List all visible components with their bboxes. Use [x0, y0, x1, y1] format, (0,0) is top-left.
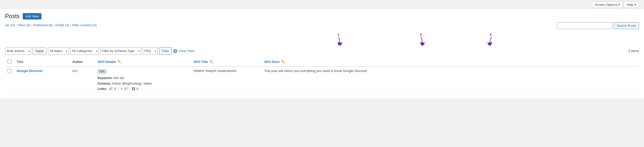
- select-all-col: [5, 57, 14, 66]
- edit-icon[interactable]: ✏️: [281, 60, 285, 64]
- filter-link-published[interactable]: Published (6): [33, 23, 53, 27]
- link-count-internal: 0: [114, 87, 116, 91]
- items-count: 5 items: [628, 49, 639, 53]
- table-row: Google Discover test N/A Keyword: Not Se…: [5, 66, 639, 93]
- screen-options-label: Screen Options: [595, 3, 617, 7]
- chevron-down-icon: ▾: [618, 3, 620, 7]
- screen-options-button[interactable]: Screen Options ▾: [592, 2, 623, 8]
- annotation-number-2: 2: [420, 33, 422, 37]
- annotation-1: 1: [335, 33, 342, 45]
- separator: |: [54, 23, 54, 27]
- bulk-actions-wrapper: Bulk actions ▾: [5, 47, 31, 55]
- annotation-number-1: 1: [337, 33, 339, 37]
- row-seo-title-cell: %title% %sep% %sitename%: [191, 66, 262, 93]
- annotation-2: 2: [417, 33, 425, 45]
- faq-select[interactable]: FAQ: [143, 47, 158, 55]
- col-seo-details-label: SEO Details: [97, 60, 116, 64]
- row-seo-details-cell: N/A Keyword: Not Set Schema: Article (Bl…: [95, 66, 191, 93]
- seo-desc-header: SEO Desc ✏️: [264, 60, 636, 64]
- separator: |: [31, 23, 32, 27]
- row-checkbox[interactable]: [8, 69, 12, 73]
- add-new-button[interactable]: Add New: [23, 13, 42, 19]
- links-label: Links:: [97, 87, 107, 91]
- schema-type-wrapper: Filter by Schema Type ▾: [100, 47, 141, 55]
- help-button[interactable]: Help ▾: [624, 2, 639, 8]
- search-posts-button[interactable]: Search Posts: [614, 22, 639, 29]
- row-author-cell: test: [70, 66, 95, 93]
- edit-icon[interactable]: ✏️: [117, 60, 121, 64]
- chevron-down-icon: ▾: [634, 3, 636, 7]
- all-categories-wrapper: All Categories ▾: [70, 47, 99, 55]
- search-area: Search Posts: [557, 22, 639, 29]
- seo-meta: Keyword: Not Set Schema: Article (BlogPo…: [97, 76, 188, 91]
- search-input[interactable]: [557, 22, 612, 29]
- filter-link-all[interactable]: All (10): [5, 23, 15, 27]
- filter-link-mine[interactable]: Mine (9): [18, 23, 31, 27]
- links-row: Links: 🔗 0 | ↗ 27 | 🖼 0: [97, 87, 188, 91]
- separator: |: [118, 87, 118, 91]
- table-header-row: Title Author SEO Details ✏️ SEO Title: [5, 57, 639, 66]
- col-header-author: Author: [70, 57, 95, 66]
- col-seo-title-label: SEO Title: [193, 60, 208, 64]
- annotations: 1 2: [5, 33, 639, 46]
- filter-link-pillar[interactable]: Pillar Content (0): [72, 23, 97, 27]
- keyword-label: Keyword:: [97, 76, 112, 80]
- link-icon-image: 🖼: [132, 87, 135, 91]
- main-content: Posts Add New All (10) | Mine (9) | Publ…: [0, 9, 644, 99]
- row-seo-desc-cell: This post will inform you everything you…: [262, 66, 639, 93]
- link-icon-external: ↗: [120, 87, 123, 91]
- separator: |: [70, 23, 71, 27]
- schema-line: Schema: Article (BlogPosting), Video: [97, 81, 188, 86]
- separator: |: [129, 87, 130, 91]
- page-title: Posts: [5, 13, 20, 20]
- link-count-external: 27: [124, 87, 128, 91]
- filter-link-drafts[interactable]: Drafts (4): [56, 23, 69, 27]
- all-categories-select[interactable]: All Categories: [70, 47, 99, 55]
- select-all-checkbox[interactable]: [8, 59, 12, 63]
- arrow-icon-1: [335, 37, 342, 45]
- col-header-seo-title: SEO Title ✏️: [191, 57, 262, 66]
- col-title-label: Title: [17, 60, 23, 64]
- page-title-row: Posts Add New: [5, 12, 639, 20]
- link-icon-internal: 🔗: [109, 87, 113, 91]
- clear-filter-link[interactable]: ✕ Clear Filter: [173, 49, 194, 53]
- col-seo-desc-label: SEO Desc: [264, 60, 280, 64]
- filter-links: All (10) | Mine (9) | Published (6) | Dr…: [5, 23, 97, 27]
- faq-wrapper: FAQ ▾: [143, 47, 158, 55]
- filter-search-row: All (10) | Mine (9) | Published (6) | Dr…: [5, 22, 639, 31]
- clear-filter-label: Clear Filter: [178, 49, 194, 53]
- annotation-3: 3: [487, 33, 494, 45]
- col-header-seo-desc: SEO Desc ✏️: [262, 57, 639, 66]
- annotation-number-3: 3: [490, 33, 492, 37]
- arrow-icon-2: [417, 37, 425, 45]
- filter-button[interactable]: Filter: [159, 47, 172, 55]
- post-title-link[interactable]: Google Discover: [17, 69, 43, 73]
- row-checkbox-cell: [5, 66, 14, 93]
- help-label: Help: [627, 3, 633, 7]
- x-circle-icon: ✕: [173, 49, 177, 53]
- schema-label: Schema:: [97, 82, 111, 85]
- arrow-icon-3: [487, 37, 494, 45]
- link-count-image: 0: [137, 87, 138, 91]
- seo-title-header: SEO Title ✏️: [193, 60, 259, 64]
- schema-type-select[interactable]: Filter by Schema Type: [100, 47, 141, 55]
- author-link[interactable]: test: [72, 69, 78, 73]
- col-header-seo-details: SEO Details ✏️: [95, 57, 191, 66]
- col-author-label: Author: [72, 60, 83, 64]
- seo-title-value: %title% %sep% %sitename%: [193, 69, 237, 73]
- seo-desc-value: This post will inform you everything you…: [264, 69, 367, 73]
- row-title-cell: Google Discover: [14, 66, 70, 93]
- all-dates-select[interactable]: All dates: [48, 47, 69, 55]
- seo-details-header: SEO Details ✏️: [97, 60, 188, 64]
- all-dates-wrapper: All dates ▾: [48, 47, 69, 55]
- table-body: Google Discover test N/A Keyword: Not Se…: [5, 66, 639, 93]
- bulk-actions-select[interactable]: Bulk actions: [5, 47, 31, 55]
- apply-button[interactable]: Apply: [33, 47, 46, 55]
- col-header-title[interactable]: Title: [14, 57, 70, 66]
- separator: |: [16, 23, 17, 27]
- edit-icon[interactable]: ✏️: [209, 60, 213, 64]
- top-bar: Screen Options ▾ Help ▾: [0, 0, 644, 9]
- posts-table: Title Author SEO Details ✏️ SEO Title: [5, 57, 639, 93]
- na-badge: N/A: [97, 69, 107, 74]
- toolbar-row: Bulk actions ▾ Apply All dates ▾ All Cat…: [5, 46, 639, 56]
